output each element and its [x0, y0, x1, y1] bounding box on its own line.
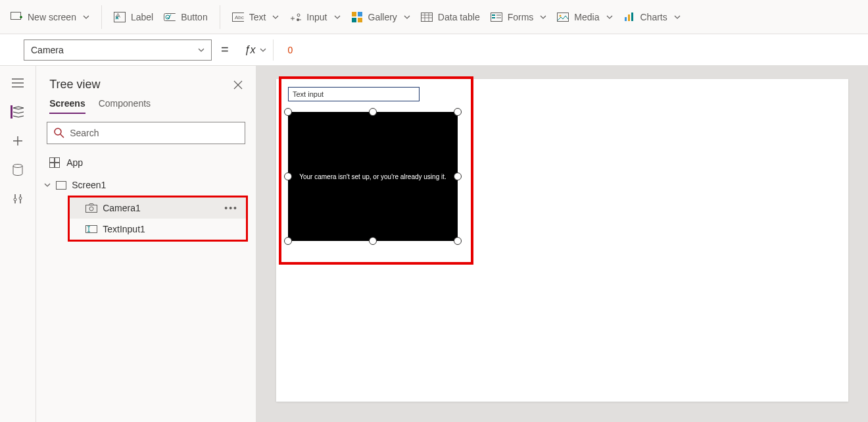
tab-components[interactable]: Components — [99, 98, 151, 114]
label-label: Label — [131, 12, 153, 22]
close-icon[interactable] — [233, 80, 243, 90]
svg-rect-8 — [352, 12, 356, 16]
tree-app-node[interactable]: App — [36, 151, 256, 174]
chevron-down-icon — [674, 15, 681, 19]
svg-rect-11 — [358, 18, 362, 22]
svg-rect-18 — [625, 17, 627, 21]
tree-view-title: Tree view — [49, 78, 100, 92]
camera-icon — [85, 203, 97, 213]
tree-camera1[interactable]: Camera1 ••• — [70, 198, 246, 219]
tree-textinput1[interactable]: TextInput1 — [70, 219, 246, 240]
resize-handle[interactable] — [284, 237, 292, 245]
screen-icon — [56, 181, 66, 190]
hamburger-icon[interactable] — [11, 76, 24, 90]
resize-handle[interactable] — [284, 108, 292, 116]
equals-sign: = — [221, 42, 229, 57]
textinput-icon — [85, 225, 97, 233]
svg-rect-29 — [57, 181, 66, 189]
property-name: Camera — [31, 45, 64, 55]
tab-screens[interactable]: Screens — [49, 98, 85, 114]
svg-rect-12 — [421, 13, 432, 21]
media-button[interactable]: Media — [552, 7, 617, 27]
svg-point-6 — [297, 14, 300, 16]
textinput-value: Text input — [293, 90, 324, 98]
data-table-icon — [421, 11, 433, 23]
fx-label: ƒx — [245, 44, 256, 56]
tree-view-tabs: Screens Components — [36, 98, 256, 119]
gallery-icon — [351, 11, 363, 23]
textinput1-label: TextInput1 — [103, 224, 145, 234]
canvas-textinput[interactable]: Text input — [288, 87, 420, 101]
chevron-down-icon — [44, 182, 51, 188]
canvas-area: Text input Your camera isn't set up, or … — [256, 66, 868, 422]
svg-point-17 — [560, 14, 562, 16]
new-screen-label: New screen — [28, 12, 76, 22]
app-label: App — [66, 157, 83, 168]
charts-label: Charts — [640, 12, 667, 22]
button-icon — [164, 11, 176, 23]
separator — [101, 5, 102, 29]
charts-icon — [623, 11, 635, 23]
resize-handle[interactable] — [369, 237, 377, 245]
data-table-button[interactable]: Data table — [416, 7, 485, 27]
svg-point-22 — [14, 198, 16, 201]
input-button[interactable]: Input — [284, 7, 345, 27]
svg-rect-30 — [86, 205, 97, 213]
ribbon: New screen Label Button Abc Text Input G — [0, 0, 868, 34]
svg-rect-25 — [50, 158, 55, 163]
more-icon[interactable]: ••• — [224, 203, 238, 213]
svg-point-24 — [55, 128, 61, 135]
chevron-down-icon — [606, 15, 613, 19]
svg-rect-26 — [55, 158, 60, 163]
fx-button[interactable]: ƒx — [238, 40, 274, 61]
label-button[interactable]: Label — [108, 7, 158, 27]
chevron-down-icon — [540, 15, 546, 19]
resize-handle[interactable] — [454, 108, 462, 116]
separator — [220, 5, 220, 29]
chevron-down-icon — [272, 15, 279, 19]
camera1-label: Camera1 — [103, 203, 141, 213]
data-icon[interactable] — [11, 163, 24, 176]
chevron-down-icon — [198, 48, 205, 52]
tree-search[interactable]: Search — [47, 122, 245, 144]
tree-view-panel: Tree view Screens Components Search App … — [36, 66, 256, 422]
chevron-down-icon — [404, 15, 410, 19]
tree-view-icon[interactable] — [11, 105, 24, 119]
svg-rect-10 — [352, 18, 356, 22]
new-screen-button[interactable]: New screen — [5, 7, 95, 27]
tree-screen1[interactable]: Screen1 — [36, 174, 256, 196]
svg-point-31 — [89, 207, 93, 211]
gallery-button[interactable]: Gallery — [346, 7, 416, 27]
forms-label: Forms — [508, 12, 534, 22]
svg-point-21 — [13, 165, 22, 168]
button-button[interactable]: Button — [158, 7, 212, 27]
formula-bar: Camera = ƒx — [0, 34, 868, 66]
resize-handle[interactable] — [454, 172, 462, 180]
media-label: Media — [574, 12, 599, 22]
tools-icon[interactable] — [11, 192, 24, 205]
screen-icon — [11, 11, 22, 23]
forms-icon — [491, 11, 502, 23]
text-button[interactable]: Abc Text — [227, 7, 285, 27]
input-icon — [289, 11, 301, 23]
app-icon — [49, 157, 60, 168]
svg-rect-28 — [55, 163, 60, 168]
resize-handle[interactable] — [454, 237, 462, 245]
forms-button[interactable]: Forms — [485, 7, 552, 27]
button-label: Button — [181, 12, 207, 22]
text-label: Text — [249, 12, 266, 22]
resize-handle[interactable] — [369, 108, 377, 116]
svg-rect-19 — [628, 14, 630, 21]
svg-rect-9 — [358, 12, 362, 16]
canvas-screen[interactable]: Text input Your camera isn't set up, or … — [276, 79, 848, 402]
input-label: Input — [306, 12, 327, 22]
charts-button[interactable]: Charts — [618, 7, 686, 27]
search-icon — [54, 128, 64, 138]
resize-handle[interactable] — [284, 172, 292, 180]
chevron-down-icon — [334, 15, 341, 19]
svg-rect-15 — [492, 17, 495, 18]
formula-input[interactable] — [283, 40, 844, 61]
canvas-camera[interactable]: Your camera isn't set up, or you're alre… — [288, 112, 458, 241]
property-dropdown[interactable]: Camera — [24, 40, 212, 61]
insert-icon[interactable] — [11, 134, 24, 147]
